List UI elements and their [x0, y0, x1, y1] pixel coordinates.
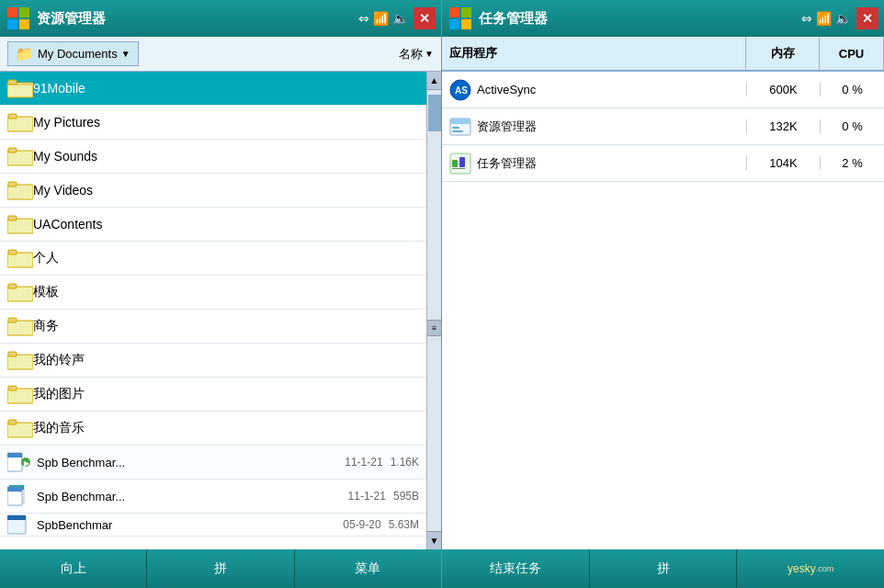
folder-icon-nav: 📁 — [16, 45, 34, 62]
file-item-spb3[interactable]: SpbBenchmar 05-9-20 5.63M — [0, 514, 426, 537]
svg-rect-36 — [7, 515, 26, 520]
svg-rect-39 — [449, 19, 459, 29]
volume-icon-right: 🔈 — [835, 11, 851, 26]
taskmanager-title: 任务管理器 — [479, 10, 801, 28]
sort-label: 名称 — [399, 46, 423, 62]
svg-rect-44 — [450, 119, 470, 124]
yesky-btn[interactable]: yesky .com — [737, 549, 884, 588]
task-item-activesync[interactable]: AS ActiveSync 600K 0 % — [442, 72, 884, 108]
windows-logo-left — [6, 6, 31, 31]
file-item-moban[interactable]: 模板 — [0, 276, 426, 310]
file-meta-spb3: 05-9-20 5.63M — [343, 518, 419, 531]
folder-icon-yinyue — [7, 418, 33, 438]
file-item-tupian[interactable]: 我的图片 — [0, 378, 426, 412]
file-item-uacontents[interactable]: UAContents — [0, 208, 426, 242]
file-item-yinyue[interactable]: 我的音乐 — [0, 412, 426, 446]
scroll-thumb[interactable] — [428, 95, 441, 131]
explorer-task-icon — [449, 116, 471, 138]
task-list: AS ActiveSync 600K 0 % 资源管理器 132K 0 % — [442, 72, 884, 549]
menu-btn[interactable]: 菜单 — [295, 549, 441, 588]
filename-my-sounds: My Sounds — [33, 149, 419, 164]
folder-icon-mysounds — [7, 146, 33, 166]
taskmanager-title-bar: 任务管理器 ⇔ 📶 🔈 ✕ — [442, 0, 884, 37]
svg-rect-37 — [449, 7, 459, 17]
current-folder-btn[interactable]: 📁 My Documents ▼ — [7, 41, 139, 66]
file-item-geren[interactable]: 个人 — [0, 242, 426, 276]
filename-spb2: Spb Benchmar... — [37, 490, 348, 503]
file-meta-spb1: 11-1-21 1.16K — [345, 456, 419, 469]
folder-icon-geren — [7, 248, 33, 268]
task-cpu-activesync: 0 % — [820, 83, 884, 96]
task-item-taskman[interactable]: 任务管理器 104K 2 % — [442, 145, 884, 182]
task-app-cell-taskman: 任务管理器 — [442, 153, 746, 175]
svg-text:▶: ▶ — [24, 459, 30, 468]
connect-icon-right: ⇔ — [801, 11, 812, 26]
filename-my-videos: My Videos — [33, 183, 419, 198]
task-name-explorer: 资源管理器 — [477, 119, 537, 135]
folder-icon-lingsheng — [7, 350, 33, 370]
svg-rect-12 — [8, 182, 17, 187]
file-size-spb3: 5.63M — [389, 518, 419, 531]
task-mem-taskman: 104K — [746, 156, 820, 170]
folder-icon-shangwu — [7, 316, 33, 336]
svg-rect-20 — [8, 318, 17, 322]
svg-rect-26 — [8, 420, 17, 424]
connect-icon: ⇔ — [358, 11, 369, 26]
file-icon-spb2 — [7, 485, 31, 507]
file-icon-spb1: ▶ — [7, 451, 31, 473]
sort-arrow-icon: ▼ — [425, 49, 434, 59]
explorer-nav-bar: 📁 My Documents ▼ 名称 ▼ — [0, 37, 441, 72]
file-list-scrollbar[interactable]: ▲ ≡ ▼ — [426, 72, 441, 549]
svg-rect-1 — [19, 7, 29, 17]
pin-btn-left[interactable]: 拼 — [147, 549, 294, 588]
scroll-track[interactable]: ≡ ▼ — [427, 90, 441, 549]
svg-rect-6 — [8, 80, 17, 85]
task-cpu-taskman: 2 % — [820, 156, 884, 170]
svg-rect-40 — [461, 19, 471, 29]
filename-yinyue: 我的音乐 — [33, 420, 419, 436]
svg-rect-48 — [452, 160, 458, 167]
file-date-spb1: 11-1-21 — [345, 456, 382, 469]
svg-rect-28 — [7, 453, 22, 458]
task-list-header: 应用程序 内存 CPU — [442, 37, 884, 72]
filename-uacontents: UAContents — [33, 217, 419, 232]
filename-tupian: 我的图片 — [33, 386, 419, 402]
app-col-label: 应用程序 — [449, 45, 497, 62]
svg-rect-49 — [459, 157, 465, 167]
explorer-close-btn[interactable]: ✕ — [414, 7, 436, 29]
file-item-my-videos[interactable]: My Videos — [0, 174, 426, 208]
svg-rect-24 — [8, 386, 17, 390]
up-btn[interactable]: 向上 — [0, 549, 147, 588]
explorer-toolbar: 向上 拼 菜单 — [0, 549, 441, 588]
task-name-activesync: ActiveSync — [477, 83, 536, 96]
yesky-domain: .com — [816, 564, 834, 573]
cpu-col-label: CPU — [839, 47, 864, 61]
svg-rect-38 — [461, 7, 471, 17]
task-cpu-explorer: 0 % — [820, 119, 884, 133]
folder-icon-moban — [7, 282, 33, 302]
svg-rect-22 — [8, 352, 17, 356]
file-item-my-pictures[interactable]: My Pictures — [0, 106, 426, 140]
svg-rect-14 — [8, 216, 17, 220]
svg-rect-2 — [7, 19, 17, 29]
task-item-explorer[interactable]: 资源管理器 132K 0 % — [442, 108, 884, 145]
scroll-down-btn[interactable]: ▼ — [427, 531, 441, 549]
file-item-shangwu[interactable]: 商务 — [0, 310, 426, 344]
svg-rect-46 — [452, 130, 463, 132]
pin-btn-right[interactable]: 拼 — [590, 549, 738, 588]
volume-icon: 🔈 — [392, 11, 408, 26]
file-item-spb1[interactable]: ▶ Spb Benchmar... 11-1-21 1.16K — [0, 446, 426, 480]
task-manager-panel: 任务管理器 ⇔ 📶 🔈 ✕ 应用程序 内存 CPU AS Act — [442, 0, 884, 588]
file-icon-spb3 — [7, 514, 31, 536]
task-app-cell-explorer: 资源管理器 — [442, 116, 746, 138]
file-item-spb2[interactable]: Spb Benchmar... 11-1-21 595B — [0, 480, 426, 514]
current-folder-label: My Documents — [38, 47, 118, 61]
sort-btn[interactable]: 名称 ▼ — [399, 46, 434, 62]
file-item-91mobile[interactable]: 91Mobile — [0, 72, 426, 106]
scroll-up-btn[interactable]: ▲ — [427, 72, 442, 90]
file-item-lingsheng[interactable]: 我的铃声 — [0, 344, 426, 378]
taskmanager-close-btn[interactable]: ✕ — [856, 7, 878, 29]
end-task-btn[interactable]: 结束任务 — [442, 549, 590, 588]
file-item-my-sounds[interactable]: My Sounds — [0, 140, 426, 174]
explorer-title-bar: 资源管理器 ⇔ 📶 🔈 ✕ — [0, 0, 441, 37]
